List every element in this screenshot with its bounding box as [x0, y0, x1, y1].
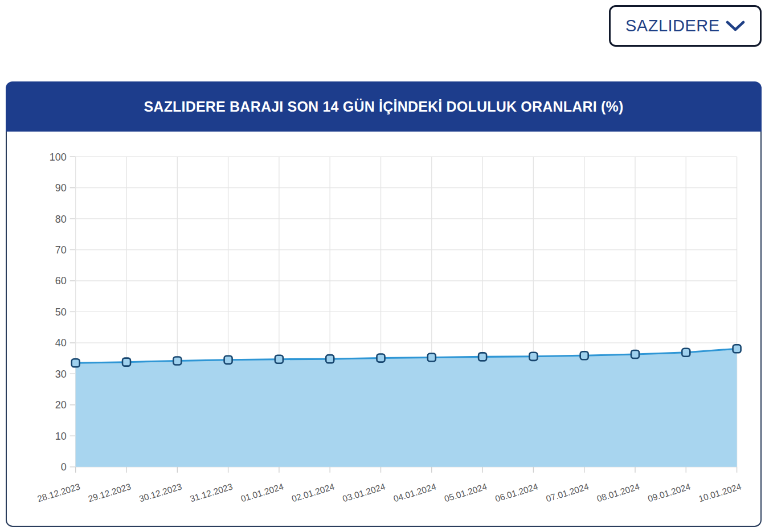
y-axis-label: 50 [55, 306, 67, 318]
x-axis-label: 03.01.2024 [341, 481, 386, 504]
data-point-marker[interactable] [122, 358, 130, 366]
x-axis-label: 10.01.2024 [697, 481, 742, 504]
data-point-marker[interactable] [224, 356, 232, 364]
data-point-marker[interactable] [478, 353, 486, 361]
area-fill [76, 349, 737, 466]
x-axis-label-group: 08.01.2024 [596, 481, 641, 504]
fill-rate-area-chart: 010203040506070809010028.12.202329.12.20… [7, 132, 760, 526]
chart-plot-container: 010203040506070809010028.12.202329.12.20… [6, 132, 762, 527]
y-axis-label: 90 [55, 182, 67, 194]
x-axis-label-group: 30.12.2023 [138, 481, 183, 504]
data-point-marker[interactable] [580, 351, 588, 359]
chevron-down-icon [726, 21, 745, 32]
x-axis-label-group: 01.01.2024 [240, 481, 285, 504]
data-point-marker[interactable] [377, 354, 385, 362]
x-axis-label: 08.01.2024 [596, 481, 641, 504]
x-axis-label: 01.01.2024 [240, 481, 285, 504]
x-axis-label-group: 06.01.2024 [494, 481, 539, 504]
y-axis-label: 40 [55, 337, 67, 349]
x-axis-label: 28.12.2023 [36, 481, 81, 504]
data-point-marker[interactable] [428, 353, 436, 361]
x-axis-label-group: 07.01.2024 [545, 481, 590, 504]
x-axis-label: 07.01.2024 [545, 481, 590, 504]
x-axis-label: 09.01.2024 [647, 481, 692, 504]
x-axis-label: 02.01.2024 [291, 481, 336, 504]
chart-card: SAZLIDERE BARAJI SON 14 GÜN İÇİNDEKİ DOL… [6, 81, 762, 527]
x-axis-label: 30.12.2023 [138, 481, 183, 504]
dam-select-dropdown[interactable]: SAZLIDERE [609, 5, 762, 47]
y-axis-label: 80 [55, 214, 67, 225]
x-axis-label-group: 09.01.2024 [647, 481, 692, 504]
y-axis-label: 20 [55, 399, 67, 411]
chart-title-bar: SAZLIDERE BARAJI SON 14 GÜN İÇİNDEKİ DOL… [6, 81, 762, 132]
dam-select-value: SAZLIDERE [625, 17, 720, 35]
x-axis-label: 05.01.2024 [443, 481, 488, 504]
data-point-marker[interactable] [173, 357, 181, 365]
data-point-marker[interactable] [72, 359, 80, 367]
x-axis-label: 29.12.2023 [87, 481, 132, 504]
y-axis-label: 10 [55, 431, 67, 442]
data-point-marker[interactable] [529, 353, 537, 361]
data-point-marker[interactable] [326, 355, 334, 363]
chart-title: SAZLIDERE BARAJI SON 14 GÜN İÇİNDEKİ DOL… [144, 99, 624, 115]
y-axis-label: 30 [55, 369, 67, 380]
y-axis-label: 60 [55, 275, 67, 287]
data-point-marker[interactable] [682, 349, 690, 357]
x-axis-label-group: 03.01.2024 [341, 481, 386, 504]
page: SAZLIDERE SAZLIDERE BARAJI SON 14 GÜN İÇ… [0, 0, 765, 532]
x-axis-label-group: 10.01.2024 [697, 481, 742, 504]
x-axis-label-group: 04.01.2024 [392, 481, 437, 504]
x-axis-label-group: 28.12.2023 [36, 481, 81, 504]
y-axis-label: 0 [61, 461, 67, 473]
y-axis-label: 70 [55, 244, 67, 256]
x-axis-label-group: 31.12.2023 [189, 481, 234, 504]
x-axis-label: 04.01.2024 [392, 481, 437, 504]
x-axis-label: 31.12.2023 [189, 481, 234, 504]
x-axis-label-group: 05.01.2024 [443, 481, 488, 504]
data-point-marker[interactable] [631, 350, 639, 358]
x-axis-label-group: 29.12.2023 [87, 481, 132, 504]
data-point-marker[interactable] [275, 355, 283, 363]
x-axis-label-group: 02.01.2024 [291, 481, 336, 504]
data-point-marker[interactable] [733, 345, 741, 353]
y-axis-label: 100 [50, 152, 67, 163]
x-axis-label: 06.01.2024 [494, 481, 539, 504]
